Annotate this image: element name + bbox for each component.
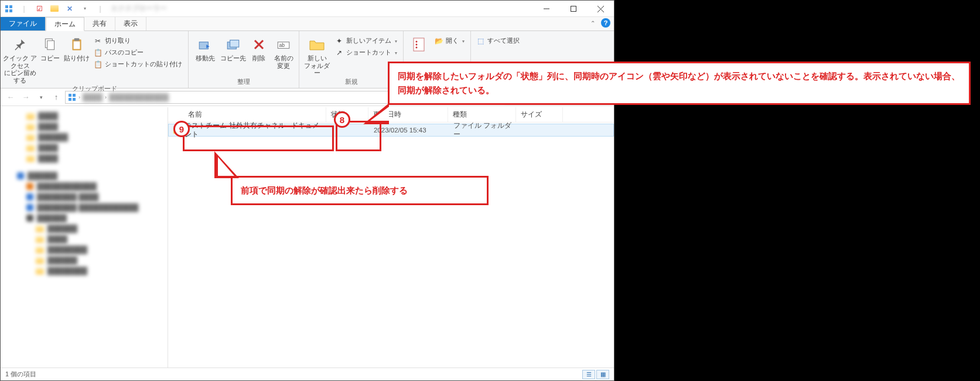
- new-item-button[interactable]: ✦新しいアイテム▾: [333, 36, 398, 46]
- copy-to-button[interactable]: コピー先: [219, 32, 247, 62]
- annotation-callout-9: 前項で同期の解除が確認出来たら削除する: [231, 176, 489, 205]
- window-controls: [533, 1, 614, 16]
- minimize-button[interactable]: [533, 1, 560, 17]
- svg-point-21: [416, 41, 418, 43]
- col-type[interactable]: 種類: [448, 107, 516, 122]
- rename-button[interactable]: ab 名前の 変更: [271, 32, 296, 69]
- paste-shortcut-button[interactable]: 📋ショートカットの貼り付け: [92, 59, 183, 70]
- window-title: エクスプローラー: [106, 4, 533, 13]
- new-folder-icon: [308, 36, 326, 53]
- sidebar-item[interactable]: ████████: [1, 266, 168, 276]
- qat-separator-2: |: [94, 3, 106, 15]
- copy-path-icon: 📋: [93, 48, 103, 57]
- nav-sidebar[interactable]: ████ ████ ██████ ████ ████ ██████ ██████…: [1, 107, 168, 368]
- svg-rect-25: [73, 94, 76, 97]
- annotation-number-9: 9: [173, 121, 190, 137]
- ribbon-tabs: ファイル ホーム 共有 表示 ⌃ ?: [1, 17, 614, 31]
- ribbon-group-clipboard: クイック アクセス にピン留めする コピー 貼り付け ✂切り取り 📋パ: [1, 31, 189, 88]
- svg-rect-1: [9, 5, 12, 8]
- paste-icon: [68, 36, 86, 53]
- collapse-ribbon-icon[interactable]: ⌃: [590, 20, 595, 26]
- svg-rect-9: [47, 41, 54, 50]
- nav-up-button[interactable]: ↑: [50, 91, 63, 104]
- sidebar-item[interactable]: ████: [1, 234, 168, 244]
- sidebar-item[interactable]: ██████: [1, 255, 168, 266]
- select-all-icon: ⬚: [476, 36, 485, 46]
- paste-button[interactable]: 貼り付け: [63, 32, 91, 62]
- quick-access-toolbar: | ☑ ✕ ▾ |: [1, 1, 106, 16]
- qat-close-icon[interactable]: ✕: [64, 3, 76, 15]
- breadcrumb-item[interactable]: ████████████: [109, 93, 169, 101]
- sidebar-item[interactable]: ████: [1, 111, 168, 121]
- breadcrumb-item[interactable]: ████: [83, 93, 103, 101]
- status-bar: 1 個の項目 ☰ ▦: [1, 368, 614, 380]
- new-shortcut-button[interactable]: ↗ショートカット▾: [333, 47, 398, 58]
- view-icons-button[interactable]: ▦: [596, 370, 609, 379]
- qat-dropdown-icon[interactable]: ▾: [79, 3, 91, 15]
- copy-path-button[interactable]: 📋パスのコピー: [92, 47, 183, 58]
- sidebar-item[interactable]: ██████: [1, 223, 168, 234]
- col-name[interactable]: 名前: [168, 107, 326, 122]
- svg-rect-3: [9, 9, 12, 12]
- view-toggle: ☰ ▦: [582, 370, 609, 379]
- close-button[interactable]: [587, 1, 614, 17]
- svg-rect-26: [69, 98, 71, 101]
- select-all-button[interactable]: ⬚すべて選択: [474, 36, 521, 46]
- sidebar-item[interactable]: ████: [1, 153, 168, 164]
- sidebar-item[interactable]: ████: [1, 142, 168, 153]
- qat-properties-icon[interactable]: ☑: [33, 3, 45, 15]
- svg-rect-0: [5, 5, 8, 8]
- tab-view[interactable]: 表示: [115, 17, 146, 30]
- sidebar-group[interactable]: ██████: [1, 171, 168, 181]
- svg-rect-11: [74, 38, 80, 40]
- svg-point-23: [416, 47, 418, 49]
- item-count: 1 個の項目: [5, 370, 36, 379]
- sidebar-item[interactable]: ████████ ████: [1, 192, 168, 202]
- col-size[interactable]: サイズ: [516, 107, 563, 122]
- view-details-button[interactable]: ☰: [582, 370, 595, 379]
- row-type-cell: ファイル フォルダー: [449, 121, 517, 139]
- svg-point-22: [416, 44, 418, 46]
- tab-file[interactable]: ファイル: [1, 17, 46, 30]
- sidebar-item[interactable]: ████████ ████████████: [1, 202, 168, 213]
- move-to-button[interactable]: 移動先: [191, 32, 219, 62]
- pin-to-quick-access-button[interactable]: クイック アクセス にピン留めする: [3, 32, 37, 84]
- properties-button[interactable]: [406, 32, 432, 53]
- delete-icon: [250, 36, 268, 53]
- cut-button[interactable]: ✂切り取り: [92, 36, 183, 46]
- new-folder-button[interactable]: 新しい フォルダー: [302, 32, 332, 77]
- help-icon[interactable]: ?: [601, 18, 610, 28]
- rename-icon: ab: [275, 36, 292, 53]
- move-to-icon: [196, 36, 214, 53]
- sidebar-item[interactable]: ██████: [1, 213, 168, 223]
- sidebar-item[interactable]: ████████████: [1, 181, 168, 192]
- copy-button[interactable]: コピー: [37, 32, 63, 62]
- sidebar-item[interactable]: ████: [1, 121, 168, 132]
- delete-button[interactable]: 削除: [247, 32, 271, 62]
- tab-share[interactable]: 共有: [84, 17, 115, 30]
- svg-rect-2: [5, 9, 8, 12]
- address-root-icon: [68, 93, 76, 101]
- nav-recent-button[interactable]: ▾: [35, 91, 47, 104]
- copy-icon: [41, 36, 59, 53]
- annotation-box-9: [183, 125, 334, 151]
- sidebar-item[interactable]: ██████: [1, 132, 168, 142]
- svg-rect-24: [69, 94, 71, 97]
- nav-back-button[interactable]: ←: [4, 91, 17, 104]
- nav-forward-button[interactable]: →: [19, 91, 32, 104]
- shortcut-icon: ↗: [334, 48, 344, 57]
- qat-folder-icon[interactable]: [49, 3, 60, 15]
- open-button[interactable]: 📂開く▾: [433, 36, 466, 46]
- ribbon-group-organize: 移動先 コピー先 削除 ab: [189, 31, 299, 88]
- open-icon: 📂: [434, 36, 443, 46]
- svg-rect-27: [73, 98, 76, 101]
- svg-rect-20: [414, 38, 424, 51]
- tab-home[interactable]: ホーム: [46, 17, 84, 31]
- svg-rect-12: [74, 42, 80, 49]
- sidebar-item[interactable]: ████████: [1, 244, 168, 255]
- annotation-pointer-8: [361, 103, 396, 138]
- breadcrumb-separator-icon: ›: [78, 94, 80, 100]
- annotation-number-8: 8: [334, 111, 350, 128]
- svg-text:ab: ab: [279, 42, 285, 48]
- maximize-button[interactable]: [560, 1, 587, 17]
